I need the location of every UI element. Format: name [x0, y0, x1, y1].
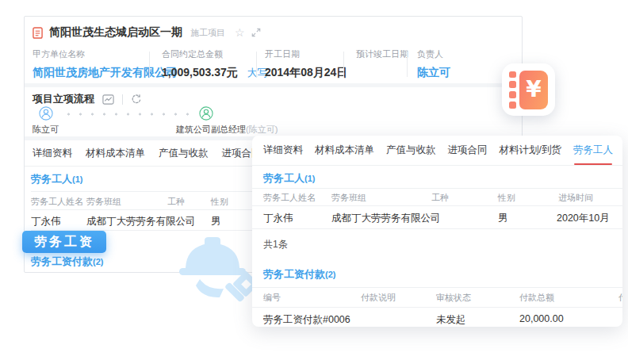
tab-details[interactable]: 详细资料 — [33, 147, 72, 160]
user-avatar-icon — [199, 106, 213, 121]
field-start-date: 开工日期 2014年08月24日 — [265, 48, 347, 80]
tab-output-receipts[interactable]: 产值与收款 — [159, 147, 209, 160]
yen-symbol: ¥ — [526, 76, 541, 102]
field-finish-date: 预计竣工日期 — [356, 48, 408, 66]
column-header: 工种 — [431, 192, 449, 204]
column-header-clipped: 付 — [618, 292, 622, 304]
detail-tab-bar: 详细资料 材料成本清单 产值与收款 进项合同 材料计划/到货 劳务工人 — [252, 136, 622, 166]
project-type-tag: 施工项目 — [190, 27, 225, 39]
workers-section-title: 劳务工人(1) — [31, 172, 82, 186]
field-divider — [343, 52, 344, 77]
worker-team-link[interactable]: 成都丁大劳劳务有限公司 — [331, 212, 441, 225]
flow-start-label: 陈立可 — [33, 124, 59, 136]
table-line — [252, 228, 622, 229]
payments-section-title: 劳务工资付款(2) — [31, 255, 103, 269]
flow-end-label: 建筑公司副总经理(陈立可) — [176, 124, 278, 136]
manager-link[interactable]: 陈立可 — [417, 66, 450, 80]
tab-labor-workers-active[interactable]: 劳务工人 — [573, 144, 613, 157]
column-header: 付款总额 — [519, 292, 554, 304]
ledger-binding — [509, 71, 516, 109]
table-line — [252, 287, 622, 288]
column-header: 审核状态 — [436, 292, 471, 304]
field-divider — [256, 52, 257, 77]
total-count-label: 共1条 — [263, 238, 288, 251]
column-header: 劳务工人姓名 — [31, 196, 83, 208]
flow-title: 项目立项流程 — [33, 92, 94, 106]
tab-output-receipts[interactable]: 产值与收款 — [386, 144, 436, 157]
payment-amount: 20,000.00 — [519, 313, 564, 324]
tab-incoming-contracts[interactable]: 进项合同 — [448, 144, 488, 157]
workers-section-title: 劳务工人(1) — [263, 171, 315, 186]
labor-wage-badge: 劳务工资 — [22, 231, 106, 253]
column-header: 工种 — [167, 196, 185, 208]
owner-company-link[interactable]: 简阳世茂房地产开发有限公司 — [33, 66, 177, 80]
column-header: 劳务工人姓名 — [263, 192, 316, 204]
field-divider — [407, 52, 408, 77]
column-header: 性别 — [498, 192, 515, 204]
window-titlebar: 简阳世茂生态城启动区一期 施工项目 ☆ — [33, 23, 261, 42]
star-icon[interactable]: ☆ — [235, 27, 245, 38]
tab-details[interactable]: 详细资料 — [263, 144, 303, 157]
field-contract-amount: 合同约定总金额 1,009,503.37元 大写 — [162, 48, 268, 80]
section-divider — [25, 83, 522, 87]
worker-name-link[interactable]: 丁永伟 — [31, 215, 61, 228]
table-line — [252, 188, 622, 189]
worker-name-link[interactable]: 丁永伟 — [263, 212, 293, 225]
toolbar-divider — [122, 94, 123, 105]
column-header: 劳务班组 — [331, 192, 366, 204]
labor-detail-card: 详细资料 材料成本清单 产值与收款 进项合同 材料计划/到货 劳务工人 劳务工人… — [252, 136, 622, 327]
page-title: 简阳世茂生态城启动区一期 — [49, 25, 182, 40]
flow-dotted-connector — [63, 113, 194, 116]
worker-team-link[interactable]: 成都丁大劳劳务有限公司 — [86, 215, 196, 228]
payment-number-link[interactable]: 劳务工资付款#0006 — [263, 313, 350, 327]
expand-icon[interactable] — [251, 28, 261, 37]
flow-section-header: 项目立项流程 — [33, 92, 142, 106]
tab-material-cost[interactable]: 材料成本清单 — [86, 147, 145, 160]
column-header: 性别 — [211, 196, 228, 208]
money-ledger-icon: ¥ — [509, 71, 548, 109]
column-header: 进场时间 — [558, 192, 593, 204]
flow-chart-icon[interactable] — [102, 94, 114, 105]
money-ledger-card: ¥ — [502, 63, 555, 116]
tab-material-plan[interactable]: 材料计划/到货 — [500, 144, 561, 157]
table-line — [252, 307, 622, 308]
tab-material-cost[interactable]: 材料成本清单 — [315, 144, 374, 157]
table-line — [252, 205, 622, 206]
helmet-watermark-icon — [176, 232, 262, 306]
refresh-icon[interactable] — [131, 94, 142, 105]
payment-status: 未发起 — [436, 313, 466, 327]
worker-gender: 男 — [211, 215, 221, 228]
field-divider — [149, 52, 150, 77]
field-manager: 负责人 陈立可 — [417, 48, 450, 80]
column-header: 付款说明 — [361, 292, 396, 304]
document-icon — [33, 27, 43, 39]
worker-entry-date: 2020年10月 — [557, 212, 610, 225]
column-header: 劳务班组 — [86, 196, 121, 208]
user-avatar-icon — [39, 106, 53, 121]
payments-section-title: 劳务工资付款(2) — [263, 267, 335, 282]
column-header: 编号 — [263, 292, 281, 304]
field-owner: 甲方单位名称 简阳世茂房地产开发有限公司 — [33, 48, 177, 80]
worker-gender: 男 — [498, 212, 508, 225]
